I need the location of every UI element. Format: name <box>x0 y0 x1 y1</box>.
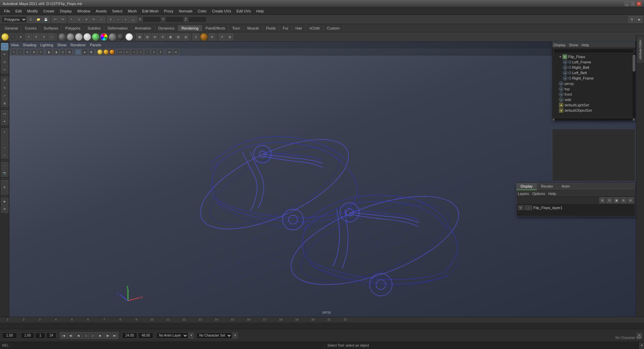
shelf-icon-img4[interactable]: ▤ <box>175 34 181 40</box>
minimize-button[interactable]: _ <box>625 1 629 6</box>
menu-edit-uvs[interactable]: Edit UVs <box>234 8 254 14</box>
vp-menu-view[interactable]: View <box>11 43 19 47</box>
cat-tab-subdivs[interactable]: Subdivs <box>84 25 104 31</box>
grid-btn-lt[interactable]: # <box>1 128 8 136</box>
lasso-button[interactable]: ⊙ <box>76 16 83 23</box>
shelf-sphere-gray[interactable] <box>67 33 74 41</box>
menu-edit[interactable]: Edit <box>13 8 24 14</box>
shelf-icon-render2[interactable] <box>200 33 208 41</box>
outliner-item-side[interactable]: ● side <box>552 97 635 102</box>
render-button[interactable]: ▶ <box>636 16 643 23</box>
vp-tb-misc8[interactable]: ⋈ <box>166 49 172 55</box>
pb-play-fwd[interactable]: ▷ <box>90 332 96 339</box>
cat-tab-custom[interactable]: Custom <box>324 25 343 31</box>
layer-menu-options[interactable]: Options <box>532 192 545 196</box>
maximize-button[interactable]: □ <box>631 1 635 6</box>
cat-tab-dynamics[interactable]: Dynamics <box>155 25 178 31</box>
lasso-tool-lt[interactable]: ⊙ <box>1 58 8 66</box>
vp-tb-misc9[interactable]: ⋉ <box>173 49 179 55</box>
outliner-item-objectset[interactable]: ■ defaultObjectSet <box>552 108 635 113</box>
outliner-item-leftframe[interactable]: ● Left_Frame <box>552 59 635 65</box>
outliner-item-persp[interactable]: ● persp <box>552 81 635 86</box>
frame-current-input[interactable] <box>2 333 17 339</box>
shelf-icon-arrow2[interactable]: ↗ <box>25 34 32 40</box>
cat-tab-fluids[interactable]: Fluids <box>263 25 279 31</box>
pb-skip-end[interactable]: ▶| <box>112 332 118 339</box>
vp-tb-wire2[interactable]: ■ <box>82 49 88 55</box>
attr-editor-tab[interactable]: Attribute Editor <box>637 37 643 63</box>
move-tool-lt[interactable]: ✛ <box>1 77 8 84</box>
cat-tab-toon[interactable]: Toon <box>229 25 244 31</box>
scale-tool-lt[interactable]: ⤢ <box>1 92 8 99</box>
menu-normals[interactable]: Normals <box>176 8 195 14</box>
vp-menu-shading[interactable]: Shading <box>23 43 36 47</box>
layer-icon-1[interactable]: ⊞ <box>599 197 605 203</box>
menu-select[interactable]: Select <box>109 8 125 14</box>
shelf-icon-render3[interactable]: ⊗ <box>209 34 215 40</box>
cmd-right-btn[interactable]: ▼ <box>639 342 644 349</box>
vp-menu-show[interactable]: Show <box>57 43 67 47</box>
pb-skip-start[interactable]: |◀ <box>60 332 67 339</box>
menu-window[interactable]: Window <box>74 8 93 14</box>
layer-menu-help[interactable]: Help <box>548 192 556 196</box>
vp-tb-misc2[interactable]: ⊷ <box>124 49 130 55</box>
layer-content[interactable]: V / Flip_Flops_layer1 <box>517 204 635 216</box>
close-button[interactable]: ✕ <box>637 1 641 6</box>
outliner-item-rightbelt[interactable]: ● Right_Belt <box>552 65 635 70</box>
layer-icon-3[interactable]: ▣ <box>613 197 620 203</box>
last-tool-lt[interactable]: ⊞ <box>1 100 8 107</box>
shelf-sphere-gray2[interactable] <box>109 33 116 41</box>
pb-next-key[interactable]: |▶ <box>104 332 111 339</box>
face-lt[interactable]: □ <box>1 151 8 159</box>
pb-play-back[interactable]: ◁ <box>82 332 89 339</box>
vp-tb-3[interactable]: ⊕ <box>24 49 30 55</box>
vp-menu-lighting[interactable]: Lighting <box>40 43 53 47</box>
vp-tb-9[interactable]: ⊠ <box>66 49 72 55</box>
outliner-item-rightframe[interactable]: ● Right_Frame <box>552 76 635 81</box>
anim-layer-select[interactable]: No Anim Layer <box>156 333 188 339</box>
cat-tab-hair[interactable]: Hair <box>292 25 306 31</box>
layer-icon-4[interactable]: ⊕ <box>621 197 627 203</box>
layer-icon-5[interactable]: ⊗ <box>628 197 634 203</box>
shelf-icon-filmstrip1[interactable]: ▦ <box>136 34 143 40</box>
cat-tab-polygons[interactable]: Polygons <box>62 25 84 31</box>
shelf-icon-misc1[interactable]: ↺ <box>219 34 225 40</box>
cmd-input[interactable] <box>11 344 325 347</box>
outliner-menu-display[interactable]: Display <box>553 43 566 47</box>
shelf-icon-yellow-sphere[interactable] <box>1 33 9 41</box>
menu-edit-mesh[interactable]: Edit Mesh <box>140 8 161 14</box>
vp-tb-6[interactable]: ◧ <box>46 49 52 55</box>
vp-menu-renderer[interactable]: Renderer <box>70 43 86 47</box>
coord-z-input[interactable] <box>188 16 207 22</box>
shelf-icon-crosshair[interactable]: ⊕ <box>17 34 24 40</box>
layer-tab-anim[interactable]: Anim <box>557 183 574 190</box>
vp-tb-7[interactable]: ◨ <box>53 49 59 55</box>
transform-lt[interactable]: ⇅ <box>1 180 8 195</box>
char-set-select[interactable]: No Character Set <box>197 333 232 339</box>
viewport[interactable]: View Shading Lighting Show Renderer Pane… <box>9 42 644 317</box>
vp-tb-light1[interactable] <box>97 49 103 55</box>
outliner-hscroll-right[interactable]: ► <box>633 118 635 121</box>
vp-tb-misc3[interactable]: ⊸ <box>131 49 137 55</box>
cat-tab-deformation[interactable]: Deformation <box>104 25 131 31</box>
layer-v-btn[interactable]: V <box>518 205 523 210</box>
move-button[interactable]: ✛ <box>83 16 90 23</box>
scissors-tool-lt[interactable]: ✂ <box>1 66 8 73</box>
outliner-search-input[interactable] <box>553 49 634 53</box>
outliner-item-front[interactable]: ● front <box>552 92 635 97</box>
anim-layer-btn[interactable]: ▼ <box>189 333 194 339</box>
cat-tab-ncloth[interactable]: nCloth <box>306 25 324 31</box>
menu-create-uvs[interactable]: Create UVs <box>209 8 234 14</box>
vp-tb-misc5[interactable]: ⊺ <box>144 49 150 55</box>
new-scene-button[interactable]: 🗋 <box>28 16 34 23</box>
shelf-icon-misc2[interactable]: ◈ <box>226 34 233 40</box>
vp-tb-5[interactable]: ✕ <box>38 49 44 55</box>
render-lt[interactable]: ▶ <box>1 198 8 205</box>
workspace-mode-dropdown[interactable]: Polygons <box>1 16 27 23</box>
coord-x-input[interactable] <box>143 16 161 22</box>
outliner-item-flipflops[interactable]: ▼ ■ Flip_Flops <box>552 54 635 59</box>
menu-display[interactable]: Display <box>57 8 74 14</box>
shelf-icon-filmstrip2[interactable]: ▧ <box>144 34 151 40</box>
range-start-input[interactable] <box>21 333 34 339</box>
render-settings-button[interactable]: ⚙ <box>629 16 635 23</box>
